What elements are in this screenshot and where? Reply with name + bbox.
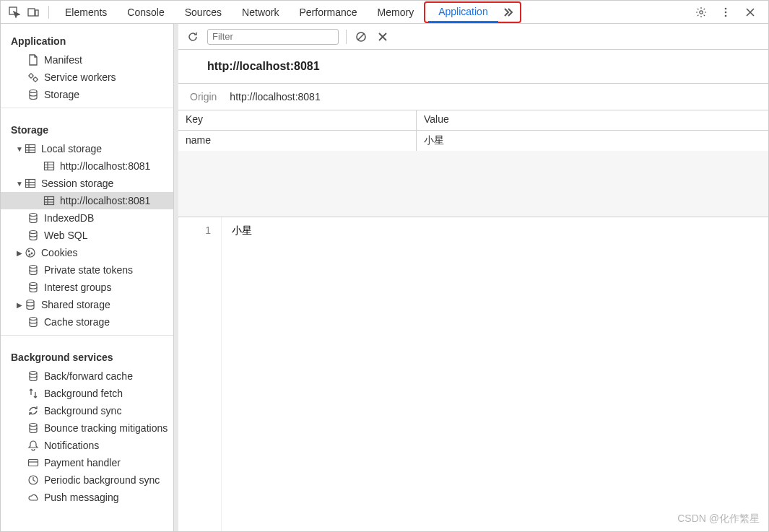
sidebar-item-label: Web SQL <box>44 230 87 241</box>
svg-point-8 <box>34 78 38 82</box>
col-value-header[interactable]: Value <box>417 110 768 130</box>
sidebar-item-label: Push messaging <box>44 492 119 503</box>
file-icon <box>27 53 40 66</box>
sidebar-item-bounce[interactable]: Bounce tracking mitigations <box>1 419 173 437</box>
preview-pane: 1 小星 <box>178 217 768 531</box>
sidebar-item-cookies[interactable]: ▶ Cookies <box>1 244 173 261</box>
table-header: Key Value <box>178 110 768 131</box>
caret-down-icon: ▼ <box>15 145 24 153</box>
sidebar-item-manifest[interactable]: Manifest <box>1 51 173 69</box>
sidebar-item-local-storage[interactable]: ▼ Local storage <box>1 140 173 157</box>
devtools-tabs: Elements Console Sources Network Perform… <box>1 1 768 24</box>
sidebar-item-label: Service workers <box>44 71 116 83</box>
clear-all-icon[interactable] <box>354 30 368 44</box>
separator <box>346 30 347 44</box>
tab-performance[interactable]: Performance <box>289 1 367 24</box>
device-toolbar-icon[interactable] <box>25 4 41 20</box>
sidebar-item-label: Back/forward cache <box>44 370 133 382</box>
section-background: Background services <box>1 349 173 367</box>
sidebar-item-label: Session storage <box>41 178 113 189</box>
caret-right-icon: ▶ <box>15 249 24 257</box>
sidebar-item-label: http://localhost:8081 <box>60 160 150 172</box>
caret-down-icon: ▼ <box>15 180 24 188</box>
svg-rect-12 <box>26 180 35 188</box>
svg-point-24 <box>30 372 37 375</box>
sidebar-item-periodic-sync[interactable]: Periodic background sync <box>1 471 173 489</box>
watermark: CSDN @化作繁星 <box>677 513 760 526</box>
divider <box>1 108 173 108</box>
sidebar-item-session-origin[interactable]: http://localhost:8081 <box>1 192 173 209</box>
database-icon <box>27 263 40 276</box>
sidebar-item-label: Shared storage <box>41 299 110 310</box>
more-tabs-icon[interactable] <box>500 4 516 20</box>
refresh-icon[interactable] <box>186 30 200 44</box>
svg-point-6 <box>725 14 727 17</box>
svg-point-14 <box>30 214 37 217</box>
sidebar-item-label: Cookies <box>41 247 78 258</box>
table-icon <box>43 194 56 207</box>
table-body: name 小星 <box>178 131 768 217</box>
database-icon <box>27 212 40 224</box>
section-application: Application <box>1 32 173 51</box>
sidebar-item-private-state[interactable]: Private state tokens <box>1 261 173 279</box>
sidebar-item-session-storage[interactable]: ▼ Session storage <box>1 175 173 192</box>
cell-key: name <box>178 131 417 151</box>
svg-point-4 <box>725 7 727 9</box>
sidebar-item-label: Bounce tracking mitigations <box>44 422 168 434</box>
svg-point-15 <box>30 231 37 234</box>
sidebar-item-notifications[interactable]: Notifications <box>1 437 173 454</box>
table-icon <box>24 142 37 155</box>
svg-point-5 <box>725 11 727 13</box>
table-row[interactable]: name 小星 <box>178 131 768 151</box>
sidebar-item-payment[interactable]: Payment handler <box>1 454 173 471</box>
sidebar-item-bfcache[interactable]: Back/forward cache <box>1 367 173 385</box>
svg-point-17 <box>28 250 30 252</box>
svg-point-9 <box>30 90 37 93</box>
tab-application[interactable]: Application <box>428 2 498 22</box>
origin-label: Origin <box>190 91 217 103</box>
gear-icon[interactable] <box>693 4 709 20</box>
svg-point-23 <box>30 318 37 320</box>
inspect-icon[interactable] <box>6 4 22 20</box>
sidebar-item-push[interactable]: Push messaging <box>1 489 173 506</box>
sidebar-item-interest-groups[interactable]: Interest groups <box>1 279 173 296</box>
delete-icon[interactable] <box>375 30 390 44</box>
line-number: 1 <box>178 217 222 531</box>
sidebar-item-label: Storage <box>44 89 79 100</box>
sidebar-item-local-origin[interactable]: http://localhost:8081 <box>1 157 173 175</box>
sidebar-item-label: Periodic background sync <box>44 474 160 486</box>
origin-row: Origin http://localhost:8081 <box>178 84 768 110</box>
highlight-application: Application <box>424 1 521 23</box>
sidebar-item-storage[interactable]: Storage <box>1 86 173 103</box>
cookie-icon <box>24 246 37 259</box>
col-key-header[interactable]: Key <box>178 110 417 130</box>
svg-rect-26 <box>29 460 38 466</box>
database-icon <box>27 88 40 101</box>
svg-point-18 <box>31 253 32 254</box>
sidebar-item-bg-fetch[interactable]: Background fetch <box>1 385 173 402</box>
svg-rect-11 <box>45 162 54 170</box>
sync-icon <box>27 404 40 417</box>
tab-network[interactable]: Network <box>232 1 289 24</box>
svg-rect-2 <box>35 10 38 16</box>
tab-memory[interactable]: Memory <box>368 1 425 24</box>
svg-point-25 <box>30 424 37 427</box>
filter-input[interactable] <box>207 29 339 45</box>
close-devtools-icon[interactable] <box>742 4 758 20</box>
tab-console[interactable]: Console <box>117 1 174 24</box>
cell-value: 小星 <box>417 131 768 151</box>
detail-title: http://localhost:8081 <box>178 50 768 84</box>
sidebar-item-indexeddb[interactable]: IndexedDB <box>1 209 173 227</box>
storage-toolbar <box>178 24 768 50</box>
sidebar-item-label: Private state tokens <box>44 264 133 276</box>
svg-point-7 <box>30 74 33 78</box>
tab-elements[interactable]: Elements <box>55 1 117 24</box>
sidebar-item-shared-storage[interactable]: ▶ Shared storage <box>1 296 173 313</box>
sidebar-item-cache-storage[interactable]: Cache storage <box>1 313 173 331</box>
sidebar-item-websql[interactable]: Web SQL <box>1 227 173 244</box>
sidebar-item-service-workers[interactable]: Service workers <box>1 69 173 86</box>
tab-sources[interactable]: Sources <box>175 1 232 24</box>
kebab-icon[interactable] <box>718 4 734 20</box>
sidebar-item-bg-sync[interactable]: Background sync <box>1 402 173 419</box>
svg-rect-13 <box>45 197 54 205</box>
